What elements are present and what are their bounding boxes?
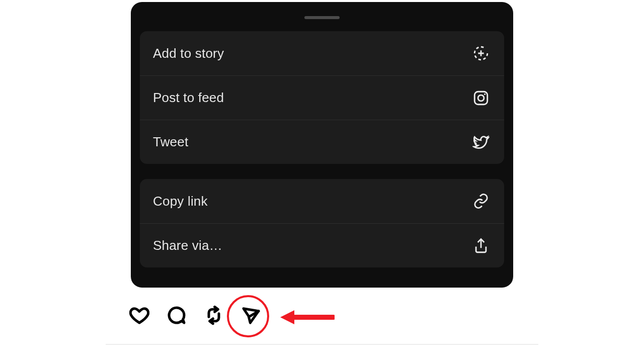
like-button[interactable] (128, 305, 151, 328)
svg-point-1 (478, 95, 484, 101)
instagram-icon (472, 89, 490, 107)
sheet-drag-handle[interactable] (304, 16, 340, 19)
twitter-icon (472, 133, 490, 151)
share-group-2: Copy link Share via… (140, 179, 504, 267)
share-row-label: Share via… (153, 238, 222, 253)
send-icon (241, 305, 261, 327)
send-button[interactable] (239, 305, 263, 328)
post-action-bar (106, 299, 538, 345)
share-row-label: Copy link (153, 194, 208, 209)
share-row-add-to-story[interactable]: Add to story (140, 31, 504, 75)
action-bar-divider (106, 344, 538, 345)
add-story-icon (472, 44, 490, 62)
share-row-label: Tweet (153, 134, 188, 150)
like-icon (129, 305, 149, 327)
link-icon (472, 192, 490, 210)
repost-icon (204, 305, 224, 327)
share-sheet: Add to story Post to feed Tweet Copy (131, 2, 513, 288)
share-row-share-via[interactable]: Share via… (140, 223, 504, 267)
comment-button[interactable] (165, 305, 188, 328)
share-row-label: Add to story (153, 46, 224, 61)
repost-button[interactable] (202, 305, 225, 328)
share-row-copy-link[interactable]: Copy link (140, 179, 504, 223)
share-row-tweet[interactable]: Tweet (140, 120, 504, 164)
share-row-post-to-feed[interactable]: Post to feed (140, 75, 504, 120)
share-group-1: Add to story Post to feed Tweet (140, 31, 504, 164)
svg-point-2 (484, 93, 486, 95)
svg-rect-0 (474, 92, 488, 105)
share-icon (472, 237, 490, 255)
comment-icon (167, 305, 187, 327)
share-row-label: Post to feed (153, 90, 224, 106)
